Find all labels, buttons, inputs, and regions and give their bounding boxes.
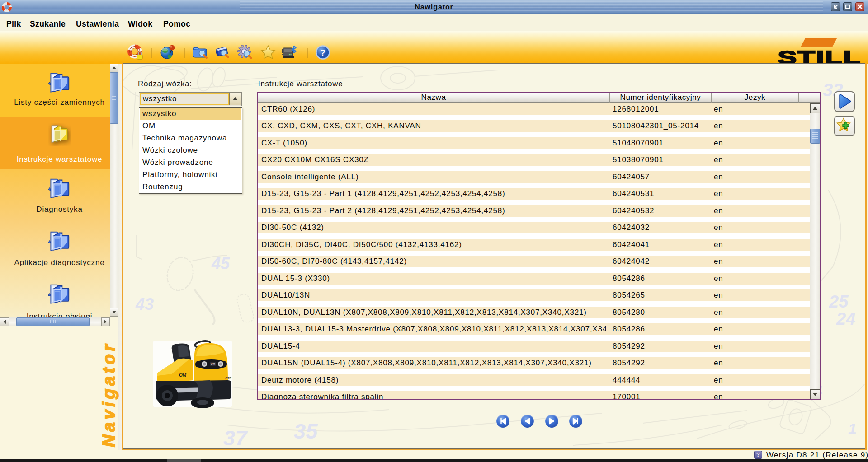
svg-text:OM: OM xyxy=(179,373,187,378)
svg-text:37: 37 xyxy=(223,426,248,449)
svg-text:25: 25 xyxy=(829,292,849,311)
svg-text:43: 43 xyxy=(135,295,154,313)
svg-text:45: 45 xyxy=(211,254,230,273)
svg-text:?: ? xyxy=(320,48,326,57)
svg-text:1: 1 xyxy=(848,420,857,437)
svg-text:35: 35 xyxy=(294,419,318,443)
svg-text:24: 24 xyxy=(836,309,855,328)
svg-text:CTR: CTR xyxy=(225,377,231,380)
svg-text:OM: OM xyxy=(211,362,215,365)
